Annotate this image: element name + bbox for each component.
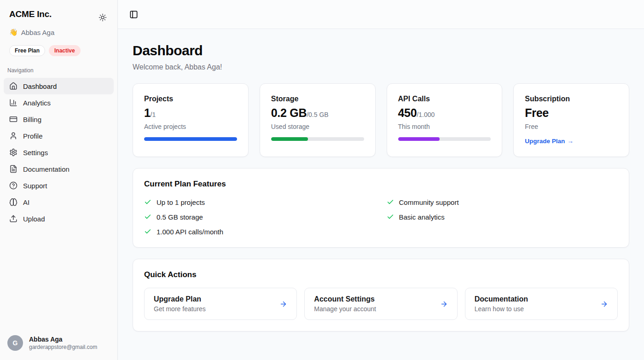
arrow-right-icon (440, 300, 448, 308)
sidebar: ACME Inc. 👋 Abbas Aga Free Plan Inactive… (0, 0, 118, 360)
feature-label: Community support (399, 198, 459, 206)
sidebar-item-ai[interactable]: AI (4, 194, 114, 210)
stat-value: 450 (398, 106, 417, 120)
sidebar-nav: Navigation Dashboard Analytics Billing P… (0, 67, 117, 227)
user-email: garderappstore@gmail.com (29, 344, 97, 350)
action-subtitle: Manage your account (314, 305, 376, 313)
action-title: Documentation (475, 295, 528, 303)
stat-caption: Active projects (144, 123, 237, 130)
stat-suffix: /1.000 (417, 111, 435, 118)
plan-features-title: Current Plan Features (144, 180, 618, 189)
user-icon (9, 132, 17, 140)
sidebar-item-analytics[interactable]: Analytics (4, 94, 114, 111)
panel-left-icon (129, 10, 138, 19)
feature-label: 0.5 GB storage (157, 213, 203, 221)
feature-item: Community support (387, 197, 618, 207)
feature-item: Up to 1 projects (144, 197, 376, 207)
plan-badge: Free Plan (9, 45, 45, 56)
subscription-card: Subscription Free Free Upgrade Plan → (513, 83, 629, 157)
sidebar-item-label: Upload (23, 215, 45, 223)
dashboard-content: Dashboard Welcome back, Abbas Aga! Proje… (118, 29, 644, 360)
user-greeting: 👋 Abbas Aga (9, 28, 110, 36)
arrow-right-icon: → (567, 138, 574, 145)
home-icon (9, 82, 17, 90)
arrow-right-icon (279, 300, 287, 308)
storage-progress-bar (271, 137, 364, 141)
plan-features-card: Current Plan Features Up to 1 projects C… (133, 168, 629, 248)
stat-caption: Used storage (271, 123, 364, 130)
sidebar-user-card[interactable]: G Abbas Aga garderappstore@gmail.com (0, 328, 117, 360)
stat-value: Free (525, 106, 549, 120)
stat-caption: Free (525, 123, 618, 130)
stat-title: Projects (144, 95, 237, 103)
stat-title: Subscription (525, 95, 618, 103)
check-icon (144, 213, 151, 221)
status-badge: Inactive (49, 45, 81, 56)
gear-icon (9, 148, 17, 157)
sidebar-item-label: Settings (23, 149, 48, 157)
upgrade-plan-link-label: Upgrade Plan (525, 138, 565, 145)
sidebar-item-label: Profile (23, 132, 43, 140)
file-text-icon (9, 165, 17, 173)
sidebar-header: ACME Inc. 👋 Abbas Aga Free Plan Inactive (0, 0, 117, 56)
feature-label: 1.000 API calls/month (157, 228, 223, 236)
upload-icon (9, 215, 17, 223)
feature-item: 1.000 API calls/month (144, 227, 376, 236)
account-settings-action[interactable]: Account Settings Manage your account (304, 288, 457, 320)
upgrade-plan-link[interactable]: Upgrade Plan → (525, 138, 574, 145)
arrow-right-icon (600, 300, 608, 308)
sidebar-item-documentation[interactable]: Documentation (4, 161, 114, 177)
stat-title: API Calls (398, 95, 491, 103)
progress-fill (398, 137, 440, 141)
check-icon (387, 213, 394, 221)
action-subtitle: Learn how to use (475, 305, 528, 313)
action-title: Account Settings (314, 295, 376, 303)
feature-item: 0.5 GB storage (144, 212, 376, 221)
wave-emoji: 👋 (9, 28, 18, 36)
stat-value: 1 (144, 106, 151, 120)
bar-chart-icon (9, 99, 17, 107)
action-title: Upgrade Plan (154, 295, 206, 303)
feature-item: Basic analytics (387, 212, 618, 221)
topbar (118, 0, 644, 29)
sidebar-item-profile[interactable]: Profile (4, 128, 114, 144)
sidebar-item-settings[interactable]: Settings (4, 144, 114, 161)
projects-card: Projects 1 /1 Active projects (133, 83, 249, 157)
api-calls-card: API Calls 450 /1.000 This month (387, 83, 503, 157)
sidebar-item-upload[interactable]: Upload (4, 210, 114, 227)
stat-title: Storage (271, 95, 364, 103)
sun-icon (99, 13, 107, 22)
documentation-action[interactable]: Documentation Learn how to use (465, 288, 618, 320)
upgrade-plan-action[interactable]: Upgrade Plan Get more features (144, 288, 297, 320)
sidebar-item-label: Billing (23, 116, 41, 123)
api-calls-progress-bar (398, 137, 491, 141)
action-subtitle: Get more features (154, 305, 206, 313)
sidebar-item-support[interactable]: Support (4, 177, 114, 194)
sidebar-item-billing[interactable]: Billing (4, 111, 114, 128)
help-circle-icon (9, 181, 17, 190)
sidebar-toggle-button[interactable] (125, 6, 142, 23)
sidebar-item-label: Dashboard (23, 82, 57, 90)
main-area: Dashboard Welcome back, Abbas Aga! Proje… (118, 0, 644, 360)
check-icon (387, 198, 394, 206)
stats-grid: Projects 1 /1 Active projects Storage 0.… (133, 83, 629, 157)
progress-fill (144, 137, 237, 141)
quick-actions-card: Quick Actions Upgrade Plan Get more feat… (133, 259, 629, 331)
progress-fill (271, 137, 308, 141)
avatar: G (7, 335, 23, 351)
theme-toggle-button[interactable] (95, 10, 110, 25)
brain-icon (9, 198, 17, 206)
stat-suffix: /0.5 GB (307, 111, 328, 118)
check-icon (144, 228, 151, 235)
sidebar-item-label: AI (23, 198, 29, 206)
stat-caption: This month (398, 123, 491, 130)
sidebar-item-dashboard[interactable]: Dashboard (4, 78, 114, 94)
user-name: Abbas Aga (29, 336, 97, 343)
quick-actions-title: Quick Actions (144, 270, 618, 279)
page-title: Dashboard (133, 43, 629, 58)
nav-section-label: Navigation (4, 67, 114, 74)
sidebar-item-label: Analytics (23, 99, 51, 107)
sidebar-item-label: Support (23, 182, 47, 190)
check-icon (144, 198, 151, 206)
stat-suffix: /1 (151, 111, 156, 118)
